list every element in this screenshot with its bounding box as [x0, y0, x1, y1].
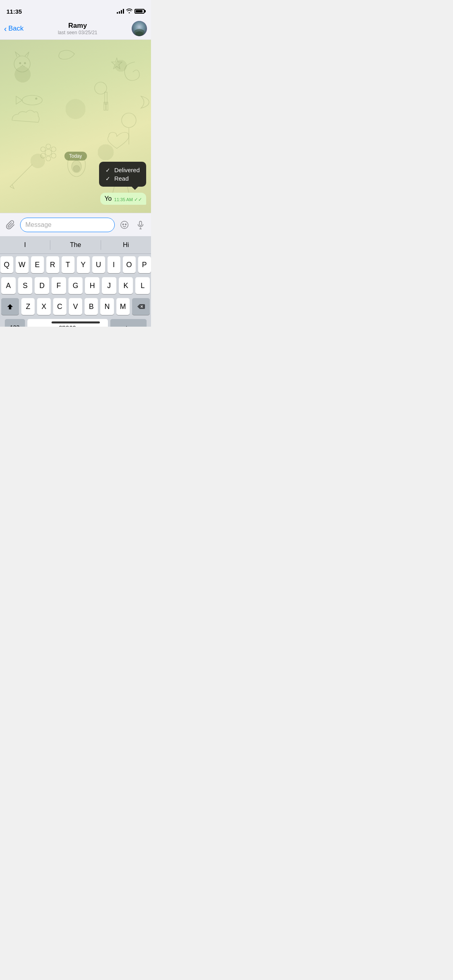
key-U[interactable]: U: [92, 256, 105, 273]
key-G[interactable]: G: [68, 277, 83, 294]
check-delivered-icon: ✓: [105, 167, 110, 173]
suggestion-Hi[interactable]: Hi: [101, 241, 151, 249]
check-read-icon: ✓: [105, 175, 110, 182]
svg-point-6: [22, 95, 42, 105]
microphone-button[interactable]: [134, 218, 147, 231]
svg-point-18: [46, 144, 51, 149]
key-N[interactable]: N: [100, 298, 114, 315]
key-P[interactable]: P: [138, 256, 151, 273]
svg-point-2: [134, 29, 145, 35]
svg-point-17: [45, 149, 52, 156]
sticker-button[interactable]: [118, 218, 131, 231]
battery-icon: [134, 9, 145, 14]
key-T[interactable]: T: [62, 256, 74, 273]
back-label: Back: [8, 25, 24, 33]
navigation-bar: ‹ Back Ramy last seen 03/25/21: [0, 18, 151, 40]
chat-area: Today ✓ Delivered ✓ Read Yo 11:35 AM ✓✓: [0, 40, 151, 213]
keyboard-row-3: Z X C V B N M: [1, 298, 150, 315]
key-K[interactable]: K: [119, 277, 133, 294]
svg-point-3: [14, 56, 30, 72]
attach-button[interactable]: [4, 218, 17, 231]
return-button[interactable]: return: [110, 319, 147, 327]
back-chevron-icon: ‹: [4, 25, 7, 33]
svg-point-27: [122, 224, 124, 225]
key-J[interactable]: J: [102, 277, 116, 294]
keyboard: Q W E R T Y U I O P A S D F G H J K L Z …: [0, 254, 151, 327]
message-text: Yo: [104, 195, 112, 202]
key-A[interactable]: A: [1, 277, 16, 294]
delete-button[interactable]: [132, 298, 150, 315]
svg-point-4: [19, 62, 21, 64]
svg-point-21: [51, 147, 56, 152]
key-C[interactable]: C: [53, 298, 66, 315]
key-W[interactable]: W: [16, 256, 29, 273]
key-Q[interactable]: Q: [0, 256, 13, 273]
svg-point-28: [125, 224, 126, 225]
tooltip-delivered: ✓ Delivered: [105, 166, 140, 174]
shift-button[interactable]: [1, 298, 19, 315]
key-B[interactable]: B: [85, 298, 98, 315]
status-time: 11:35: [6, 8, 22, 15]
last-seen: last seen 03/25/21: [23, 30, 132, 35]
key-D[interactable]: D: [35, 277, 49, 294]
key-O[interactable]: O: [123, 256, 136, 273]
status-icons: [117, 8, 145, 14]
keyboard-suggestions: I The Hi: [0, 236, 151, 254]
key-H[interactable]: H: [85, 277, 99, 294]
key-M[interactable]: M: [116, 298, 130, 315]
key-S[interactable]: S: [18, 277, 33, 294]
svg-point-12: [122, 113, 136, 128]
svg-rect-29: [139, 221, 142, 225]
keyboard-row-1: Q W E R T Y U I O P: [1, 256, 150, 273]
message-meta: 11:35 AM ✓✓: [114, 197, 142, 202]
svg-point-5: [24, 62, 26, 64]
svg-point-16: [73, 165, 80, 172]
back-button[interactable]: ‹ Back: [4, 25, 23, 33]
message-input-area: [0, 213, 151, 236]
sent-message-container: Yo 11:35 AM ✓✓: [100, 193, 146, 205]
svg-point-23: [51, 153, 56, 158]
message-bubble: Yo 11:35 AM ✓✓: [100, 193, 146, 205]
svg-point-7: [35, 98, 37, 99]
svg-point-26: [121, 221, 128, 228]
key-R[interactable]: R: [46, 256, 59, 273]
key-Y[interactable]: Y: [77, 256, 90, 273]
svg-point-20: [41, 147, 46, 152]
keyboard-row-2: A S D F G H J K L: [1, 277, 150, 294]
message-status-tooltip: ✓ Delivered ✓ Read: [99, 162, 146, 187]
signal-icon: [117, 9, 124, 14]
key-I[interactable]: I: [108, 256, 120, 273]
nav-center: Ramy last seen 03/25/21: [23, 22, 132, 35]
avatar[interactable]: [132, 21, 147, 36]
suggestion-I[interactable]: I: [0, 241, 50, 249]
double-check-icon: ✓✓: [134, 197, 142, 202]
date-bubble: Today: [64, 152, 87, 161]
wifi-icon: [126, 8, 132, 14]
chat-background: Today ✓ Delivered ✓ Read Yo 11:35 AM ✓✓: [0, 40, 151, 213]
status-bar: 11:35: [0, 0, 151, 18]
svg-point-22: [41, 153, 46, 158]
message-input[interactable]: [20, 218, 115, 232]
home-indicator: [52, 321, 100, 323]
suggestion-The[interactable]: The: [50, 241, 100, 249]
svg-line-24: [12, 165, 32, 185]
message-time: 11:35 AM: [114, 197, 133, 202]
key-V[interactable]: V: [69, 298, 82, 315]
svg-point-19: [46, 156, 51, 161]
key-E[interactable]: E: [31, 256, 44, 273]
key-X[interactable]: X: [37, 298, 50, 315]
key-L[interactable]: L: [135, 277, 150, 294]
key-Z[interactable]: Z: [21, 298, 35, 315]
tooltip-read: ✓ Read: [105, 174, 140, 183]
contact-name: Ramy: [23, 22, 132, 30]
key-F[interactable]: F: [52, 277, 66, 294]
numbers-button[interactable]: 123: [5, 319, 25, 327]
